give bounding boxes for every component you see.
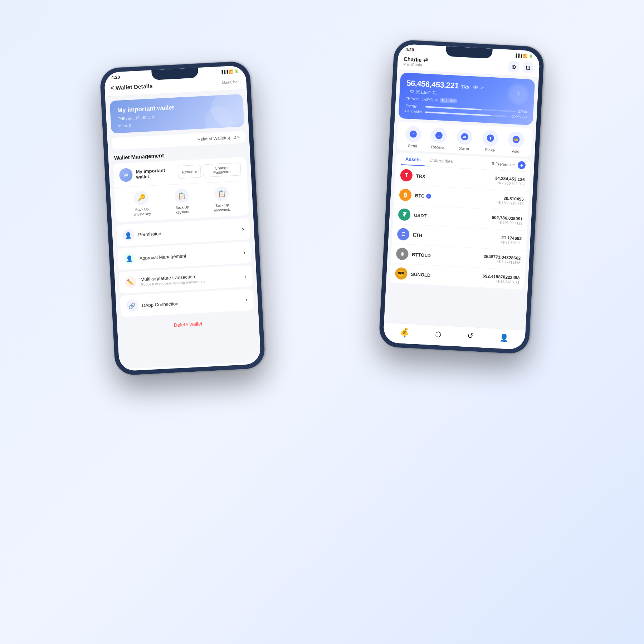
backup-private-key[interactable]: 🔑 Back Upprivate key [132, 190, 151, 217]
wallet-name-left: W My important wallet [119, 166, 178, 182]
permission-title: Permission [138, 226, 238, 237]
menu-dapp[interactable]: 🔗 DApp Connection › [120, 289, 254, 317]
header-actions: ⊕ ⊡ [508, 61, 533, 73]
eth-values: 21.174682 ≈$ 85,885.35 [501, 235, 522, 245]
dapp-title: DApp Connection [142, 297, 241, 308]
status-icons-left: ▐▐▐ 📶 🔋 [220, 69, 239, 74]
eth-icon: Ξ [397, 228, 410, 241]
nav-history[interactable]: ↺ [467, 331, 474, 340]
energy-bar [425, 106, 482, 110]
change-password-button[interactable]: Change Password [203, 162, 241, 177]
expand-icon[interactable]: ↗ [480, 86, 484, 91]
wallet-avatar: W [119, 168, 133, 182]
svg-text:↑: ↑ [412, 132, 415, 137]
usdt-values: 602,786.035091 ≈$ 606,000.199 [491, 215, 523, 225]
backup-keystore-icon: 📋 [174, 188, 189, 203]
backup-keystore[interactable]: 📋 Back Upkeystore [174, 188, 190, 215]
copy-icon[interactable]: ⧉ [152, 114, 155, 119]
balance-currency: TRX [461, 84, 470, 90]
multisig-text: Multi-signature transaction Request or p… [140, 272, 240, 287]
send-label: Send [408, 143, 417, 148]
btc-icon: ₿ [399, 189, 412, 201]
user-info: Charlie ⇄ MainChain [403, 55, 428, 68]
send-icon: ↑ [405, 126, 421, 142]
non-hd-badge: Non-HD [440, 98, 457, 103]
bttold-values: 2648771.04328662 ≈$ 6.77419355 [483, 254, 521, 264]
switch-icon[interactable]: ⇄ [423, 57, 428, 63]
wallet-add-button[interactable]: ⊕ [508, 61, 519, 72]
stake-button[interactable]: ⬆ Stake [482, 130, 499, 152]
vote-icon: 🎫 [508, 131, 524, 148]
btc-verified-badge: ✓ [426, 194, 431, 199]
menu-permission[interactable]: 👤 Permission › [116, 218, 250, 246]
scan-button[interactable]: ⊡ [522, 62, 534, 73]
approval-text: Approval Management [139, 250, 239, 261]
dapp-icon: 🔗 [126, 300, 138, 312]
nav-assets[interactable]: 💰 [400, 327, 409, 338]
status-icons-right: ▐▐▐ 📶 🔋 [514, 53, 533, 58]
balance-card: 56,456,453.221 TRX 👁 ↗ ≈ $3,951,951.71 T… [398, 73, 535, 126]
asset-list: T TRX 34,234,453.126 ≈$ 2,760,842.982 ₿ … [390, 165, 530, 290]
bandwidth-bar [425, 111, 491, 116]
backup-mnemonic[interactable]: 📋 Back Upmnemonic [213, 186, 231, 213]
sunold-values: 692.418878222498 ≈$ 13.5483871 [482, 273, 520, 284]
dapp-text: DApp Connection [142, 297, 241, 308]
nav-history-icon: ↺ [467, 331, 474, 340]
multisig-icon: ✏️ [125, 276, 137, 288]
back-arrow-icon: < [110, 84, 114, 92]
nav-profile-icon: 👤 [499, 333, 508, 342]
right-phone: 4:20 ▐▐▐ 📶 🔋 Charlie ⇄ MainChain ⊕ [379, 39, 545, 355]
tab-right: ⇅ Preference + [491, 160, 526, 169]
backup-key-label: Back Upprivate key [133, 207, 151, 217]
bttold-icon: ◉ [396, 248, 409, 260]
preference-button[interactable]: ⇅ Preference [491, 161, 515, 167]
menu-multisig[interactable]: ✏️ Multi-signature transaction Request o… [119, 265, 253, 293]
approval-chevron: › [243, 249, 245, 256]
tab-collectibles[interactable]: Collectibles [425, 154, 458, 168]
back-button[interactable]: < Wallet Details [110, 82, 153, 92]
svg-text:⇄: ⇄ [463, 135, 467, 139]
energy-value: 37/60 [518, 109, 527, 114]
status-time-left: 4:20 [111, 75, 120, 80]
eye-icon[interactable]: 👁 [473, 84, 478, 91]
swap-button[interactable]: ⇄ Swap [456, 128, 473, 151]
trx-name: TRX [416, 173, 426, 179]
header-title: Wallet Details [116, 83, 153, 91]
btc-name: BTC ✓ [415, 193, 431, 199]
receive-button[interactable]: ↓ Receive [430, 127, 447, 150]
eth-usd: ≈$ 85,885.35 [501, 240, 522, 245]
action-row: ↑ Send ↓ Receive ⇄ Swap [397, 121, 533, 157]
vote-button[interactable]: 🎫 Vote [508, 131, 525, 154]
stake-icon: ⬆ [482, 130, 499, 146]
send-button[interactable]: ↑ Send [405, 126, 421, 148]
nav-discover-icon: ⬡ [435, 330, 441, 338]
sort-icon: ⇅ [491, 161, 495, 166]
vote-label: Vote [512, 149, 520, 153]
tab-assets[interactable]: Assets [401, 152, 425, 166]
wallet-card: My important wallet THPvaU...Fhn5YC ⧉ In… [110, 94, 244, 133]
trx-decoration: T [505, 81, 531, 107]
swap-label: Swap [459, 146, 469, 151]
header-chain: MainChain [221, 79, 240, 84]
svg-text:T: T [516, 91, 520, 98]
btc-values: 30.810455 ≈$ 1555,934.813 [497, 195, 524, 206]
svg-text:🎫: 🎫 [514, 137, 519, 142]
trx-values: 34,234,453.126 ≈$ 2,760,842.982 [495, 175, 525, 186]
menu-approval[interactable]: 👤 Approval Management › [117, 241, 252, 270]
sunold-icon: 😎 [395, 267, 408, 280]
add-asset-button[interactable]: + [517, 161, 526, 169]
permission-text: Permission [138, 226, 238, 237]
usdt-icon: ₮ [398, 208, 411, 221]
usdt-name: USDT [414, 213, 427, 219]
rename-button[interactable]: Rename [177, 165, 201, 179]
approval-icon: 👤 [123, 253, 136, 265]
nav-discover[interactable]: ⬡ [435, 330, 441, 338]
left-phone: 4:20 ▐▐▐ 📶 🔋 < Wallet Details MainChain … [99, 61, 265, 376]
backup-keystore-label: Back Upkeystore [175, 205, 189, 215]
nav-profile[interactable]: 👤 [499, 333, 508, 342]
nav-assets-dot [404, 336, 405, 337]
stake-label: Stake [485, 147, 495, 152]
svg-text:⬆: ⬆ [489, 136, 492, 140]
permission-icon: 👤 [122, 229, 134, 241]
copy-address-icon[interactable]: ⧉ [435, 98, 438, 102]
